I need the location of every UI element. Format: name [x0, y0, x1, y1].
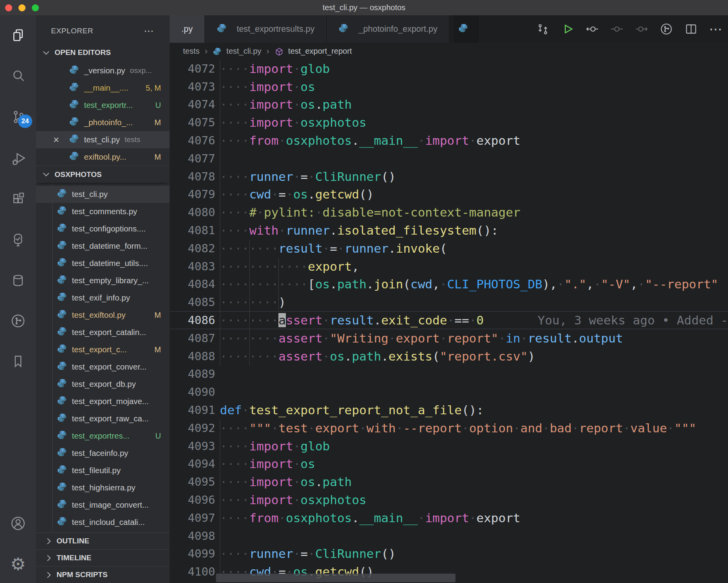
open-editor-item[interactable]: __main__....5, M [36, 79, 170, 97]
test-tree-icon[interactable] [0, 226, 36, 253]
breadcrumb-symbol[interactable]: test_export_report [288, 47, 352, 56]
line-number[interactable]: 4096 [170, 493, 215, 506]
open-editor-item[interactable]: ×test_cli.pytests [36, 131, 170, 148]
code-line[interactable]: 4080····#·pylint:·disable=not-context-ma… [170, 203, 728, 221]
step-out-icon[interactable] [635, 22, 648, 36]
line-number[interactable]: 4097 [170, 511, 215, 525]
tree-item[interactable]: test_export_mojave... [36, 393, 170, 410]
line-number[interactable]: 4099 [170, 547, 215, 560]
tree-item[interactable]: test_cli.py [36, 186, 170, 203]
code-line[interactable]: 4099····runner·=·CliRunner() [170, 545, 728, 563]
sidebar-more-actions[interactable]: ⋯ [144, 23, 155, 39]
code-line[interactable]: 4091def·test_export_report_not_a_file(): [170, 401, 728, 419]
line-number[interactable]: 4085 [170, 295, 215, 309]
code-line[interactable]: 4096····import·osxphotos [170, 491, 728, 509]
tree-item[interactable]: test_datetime_utils.... [36, 255, 170, 272]
tree-item[interactable]: test_datetime_form... [36, 237, 170, 255]
code-line[interactable]: 4090 [170, 383, 728, 401]
code-line[interactable]: 4094····import·os [170, 455, 728, 473]
open-editor-item[interactable]: test_exportr...U [36, 97, 170, 114]
code-line[interactable]: 4082········result·=·runner.invoke( [170, 239, 728, 257]
line-number[interactable]: 4079 [170, 188, 215, 201]
tree-item[interactable]: test_fileutil.py [36, 462, 170, 479]
code-line[interactable]: 4077 [170, 149, 728, 168]
outline-panel[interactable]: OUTLINE [36, 532, 170, 549]
code-line[interactable]: 4093····import·glob [170, 437, 728, 455]
line-number[interactable]: 4074 [170, 98, 215, 111]
compare-changes-icon[interactable] [536, 22, 549, 36]
line-number[interactable]: 4092 [170, 421, 215, 435]
breadcrumb-file[interactable]: test_cli.py [227, 47, 262, 56]
tree-item[interactable]: test_empty_library_... [36, 272, 170, 289]
code-line[interactable]: 4092····"""·test·export·with·--report·op… [170, 419, 728, 437]
open-editor-item[interactable]: exiftool.py...M [36, 148, 170, 166]
tree-item[interactable]: test_highsierra.py [36, 479, 170, 496]
code-line[interactable]: 4076····from·osxphotos.__main__·import·e… [170, 131, 728, 149]
line-number[interactable]: 4073 [170, 80, 215, 93]
horizontal-scrollbar[interactable] [216, 574, 455, 582]
line-number[interactable]: 4081 [170, 224, 215, 237]
line-number[interactable]: 4090 [170, 385, 215, 399]
code-line[interactable]: 4075····import·osxphotos [170, 113, 728, 131]
line-number[interactable]: 4095 [170, 475, 215, 488]
tab--photoinfo-export-py[interactable]: _photoinfo_export.py [327, 15, 450, 43]
tab--py[interactable]: .py [170, 15, 205, 43]
code-line[interactable]: 4089 [170, 365, 728, 383]
line-number[interactable]: 4077 [170, 152, 215, 165]
open-editor-item[interactable]: _version.pyosxp... [36, 62, 170, 79]
split-editor-icon[interactable] [684, 22, 698, 36]
code-line[interactable]: 4084············[os.path.join(cwd,·CLI_P… [170, 275, 728, 293]
line-number[interactable]: 4094 [170, 457, 215, 470]
line-number[interactable]: 4088 [170, 350, 215, 363]
code-line[interactable]: 4074····import·os.path [170, 96, 728, 114]
run-debug-icon[interactable] [0, 144, 36, 172]
code-line[interactable]: 4087········assert·"Writing·export·repor… [170, 329, 728, 347]
tree-item[interactable]: test_exif_info.py [36, 289, 170, 306]
code-line[interactable]: 4086········assert·result.exit_code·==·0… [170, 311, 728, 329]
line-number[interactable]: 4091 [170, 403, 215, 417]
tree-item[interactable]: test_export_db.py [36, 375, 170, 393]
tab-python-icon-only[interactable] [454, 15, 479, 43]
tree-item[interactable]: test_export_catalin... [36, 324, 170, 341]
code-line[interactable]: 4078····runner·=·CliRunner() [170, 168, 728, 186]
extensions-icon[interactable] [0, 185, 36, 212]
code-line[interactable]: 4088········assert·os.path.exists("repor… [170, 347, 728, 365]
tree-item[interactable]: test_comments.py [36, 203, 170, 220]
more-actions-icon[interactable]: ⋯ [709, 22, 723, 36]
line-number[interactable]: 4086 [170, 313, 215, 327]
project-section-header[interactable]: OSXPHOTOS [36, 166, 170, 183]
line-number[interactable]: 4075 [170, 116, 215, 129]
line-number[interactable]: 4080 [170, 206, 215, 219]
timeline-panel[interactable]: TIMELINE [36, 549, 170, 566]
step-over-icon[interactable] [610, 22, 624, 36]
tree-item[interactable]: test_export_raw_ca... [36, 410, 170, 427]
bookmark-icon[interactable] [0, 348, 36, 375]
tree-item[interactable]: test_image_convert... [36, 496, 170, 514]
git-graph-toolbar-icon[interactable] [660, 22, 673, 36]
tree-item[interactable]: test_exportres...U [36, 427, 170, 445]
tree-item[interactable]: test_configoptions.... [36, 220, 170, 237]
tree-item[interactable]: test_faceinfo.py [36, 445, 170, 462]
tree-item[interactable]: test_exiftool.pyM [36, 306, 170, 324]
settings-gear-icon[interactable]: ⚙ [0, 550, 36, 578]
line-number[interactable]: 4100 [170, 565, 215, 578]
git-graph-icon[interactable] [0, 307, 36, 335]
account-icon[interactable] [0, 510, 36, 537]
line-number[interactable]: 4076 [170, 134, 215, 147]
line-number[interactable]: 4087 [170, 332, 215, 345]
open-editors-header[interactable]: OPEN EDITORS [36, 44, 170, 61]
tree-item[interactable]: test_export_conver... [36, 358, 170, 375]
database-icon[interactable] [0, 267, 36, 294]
open-editor-item[interactable]: _photoinfo_...M [36, 114, 170, 131]
code-line[interactable]: 4073····import·os [170, 78, 728, 96]
line-number[interactable]: 4078 [170, 170, 215, 183]
search-icon[interactable] [0, 62, 36, 89]
code-editor[interactable]: 4072····import·glob4073····import·os4074… [170, 60, 728, 583]
run-python-file-icon[interactable] [561, 22, 574, 36]
explorer-icon[interactable] [0, 21, 36, 49]
code-line[interactable]: 4072····import·glob [170, 60, 728, 78]
line-number[interactable]: 4093 [170, 439, 215, 453]
line-number[interactable]: 4083 [170, 260, 215, 273]
tree-item[interactable]: test_export_c...M [36, 341, 170, 358]
line-number[interactable]: 4082 [170, 242, 215, 255]
